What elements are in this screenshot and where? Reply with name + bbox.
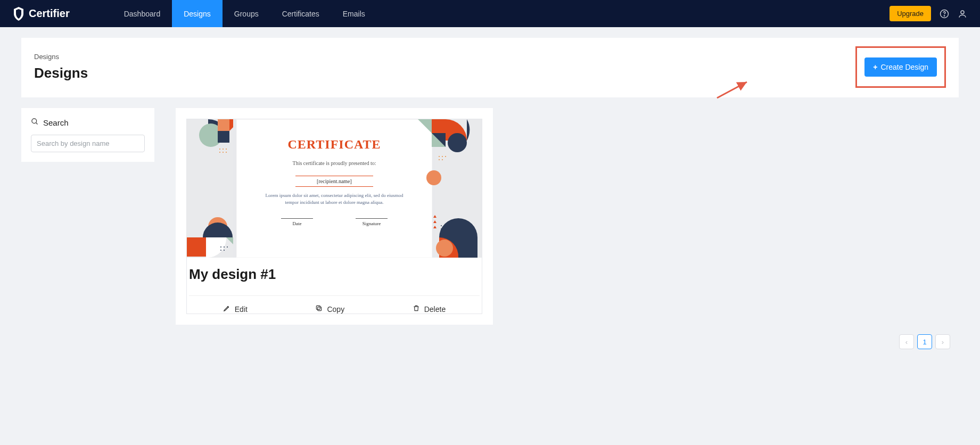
help-icon[interactable] <box>940 9 949 19</box>
edit-label: Edit <box>235 305 248 314</box>
chevron-left-icon: ‹ <box>905 338 908 346</box>
svg-point-11 <box>226 149 227 150</box>
svg-point-35 <box>436 240 453 257</box>
svg-point-21 <box>224 250 225 251</box>
svg-point-19 <box>227 246 228 248</box>
topbar: Certifier Dashboard Designs Groups Certi… <box>0 0 980 27</box>
svg-rect-37 <box>317 306 320 309</box>
svg-point-24 <box>439 156 440 157</box>
certificate-recipient: [recipient.name] <box>295 176 373 187</box>
trash-icon <box>413 304 420 314</box>
svg-point-26 <box>445 156 446 157</box>
svg-point-2 <box>961 11 964 14</box>
pencil-icon <box>223 304 230 314</box>
svg-point-4 <box>32 119 37 123</box>
certificate-preview: CERTIFICATE This certificate is proudly … <box>233 119 435 258</box>
pagination-current-label: 1 <box>923 338 926 346</box>
svg-point-14 <box>226 152 227 153</box>
pagination-page-1[interactable]: 1 <box>917 334 932 349</box>
design-card[interactable]: CERTIFICATE This certificate is proudly … <box>186 119 482 314</box>
svg-rect-8 <box>218 131 229 143</box>
delete-button[interactable]: Delete <box>413 304 446 314</box>
decoration-bottom-right <box>418 210 482 258</box>
search-title: Search <box>31 118 145 127</box>
certificate-heading: CERTIFICATE <box>287 137 381 152</box>
svg-line-3 <box>717 82 747 98</box>
pagination: ‹ 1 › <box>899 334 950 349</box>
search-input[interactable] <box>31 135 145 152</box>
pagination-prev[interactable]: ‹ <box>899 334 914 349</box>
upgrade-button[interactable]: Upgrade <box>890 6 931 21</box>
create-design-button[interactable]: + Create Design <box>864 57 937 77</box>
search-icon <box>31 118 39 127</box>
designs-grid: CERTIFICATE This certificate is proudly … <box>176 108 493 325</box>
nav-emails[interactable]: Emails <box>331 0 377 27</box>
main-content: Search <box>21 108 959 325</box>
svg-line-5 <box>36 122 37 124</box>
delete-label: Delete <box>424 305 446 314</box>
svg-point-28 <box>442 159 443 160</box>
design-thumbnail: CERTIFICATE This certificate is proudly … <box>187 119 482 258</box>
svg-point-22 <box>448 133 467 152</box>
page-header-left: Designs Designs <box>34 53 88 81</box>
certificate-body: Lorem ipsum dolor sit amet, consectetur … <box>265 192 403 205</box>
certificate-signatures: Date Signature <box>281 218 388 226</box>
upgrade-button-label: Upgrade <box>897 10 924 18</box>
svg-point-20 <box>220 250 221 251</box>
certificate-signature-label: Signature <box>356 218 388 226</box>
annotation-arrow <box>715 79 724 100</box>
svg-point-17 <box>220 246 221 248</box>
svg-rect-7 <box>218 119 229 131</box>
search-panel: Search <box>21 108 154 162</box>
certificate-subheading: This certificate is proudly presented to… <box>293 160 376 166</box>
page-title: Designs <box>34 65 88 81</box>
svg-point-30 <box>441 225 442 226</box>
edit-button[interactable]: Edit <box>223 304 248 314</box>
search-title-label: Search <box>43 118 69 127</box>
brand-logo[interactable]: Certifier <box>13 7 70 21</box>
svg-point-12 <box>219 152 220 153</box>
copy-button[interactable]: Copy <box>315 304 344 314</box>
topbar-right: Upgrade <box>890 6 967 21</box>
user-icon[interactable] <box>958 9 967 19</box>
svg-point-10 <box>223 149 224 150</box>
svg-rect-36 <box>318 307 322 311</box>
nav-certificates[interactable]: Certificates <box>270 0 331 27</box>
svg-point-27 <box>439 159 440 160</box>
certifier-badge-icon <box>13 7 24 21</box>
breadcrumb: Designs <box>34 53 88 61</box>
page-header-panel: Designs Designs + Create Design <box>21 38 959 97</box>
nav-dashboard[interactable]: Dashboard <box>112 0 172 27</box>
decoration-top-right <box>418 119 482 194</box>
svg-point-18 <box>224 246 225 248</box>
pagination-next[interactable]: › <box>935 334 950 349</box>
nav-groups-label: Groups <box>234 10 259 18</box>
svg-point-9 <box>219 149 220 150</box>
nav-dashboard-label: Dashboard <box>124 10 161 18</box>
main-nav: Dashboard Designs Groups Certificates Em… <box>112 0 377 27</box>
nav-designs-label: Designs <box>184 10 211 18</box>
nav-emails-label: Emails <box>343 10 365 18</box>
nav-designs[interactable]: Designs <box>172 0 223 27</box>
svg-point-29 <box>426 170 441 185</box>
svg-point-13 <box>223 152 224 153</box>
design-name: My design #1 <box>189 258 480 295</box>
chevron-right-icon: › <box>942 338 944 346</box>
plus-icon: + <box>873 63 877 71</box>
nav-groups[interactable]: Groups <box>223 0 270 27</box>
svg-point-25 <box>442 156 443 157</box>
nav-certificates-label: Certificates <box>282 10 319 18</box>
design-actions: Edit Copy Delete <box>189 295 480 314</box>
svg-point-1 <box>944 15 944 16</box>
copy-icon <box>315 304 323 314</box>
brand-name: Certifier <box>29 7 70 20</box>
copy-label: Copy <box>327 305 344 314</box>
create-design-highlight: + Create Design <box>855 46 946 88</box>
svg-rect-16 <box>187 237 206 257</box>
create-design-label: Create Design <box>881 63 929 71</box>
certificate-date-label: Date <box>281 218 313 226</box>
